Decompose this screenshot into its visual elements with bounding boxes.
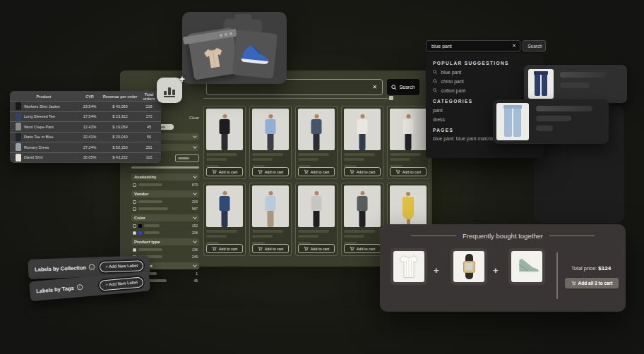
hero-illustration [182, 12, 287, 84]
clear-search-icon[interactable]: ✕ [372, 84, 377, 90]
cvr-value: 27.24% [78, 145, 102, 149]
cart-icon [258, 169, 263, 174]
divider-handle[interactable] [389, 96, 393, 100]
price-range-slider[interactable] [131, 166, 199, 169]
cart-icon [304, 246, 309, 251]
skeleton-text [344, 158, 364, 161]
divider-line [411, 236, 456, 236]
product-card[interactable]: Add to cart [341, 183, 383, 256]
product-photo [206, 185, 243, 227]
add-to-cart-button[interactable]: Add to cart [298, 167, 335, 176]
skeleton-text [178, 157, 189, 159]
product-card[interactable]: Add to cart [249, 183, 292, 256]
suggestion-item[interactable]: blue pant [433, 70, 537, 75]
add-new-label-button[interactable]: + Add New Label [100, 260, 143, 272]
orders-value: 218 [138, 104, 160, 109]
info-icon[interactable]: i [89, 264, 95, 270]
revenue-value: $ 19,054 [102, 125, 138, 129]
filter-option[interactable]: 208 [131, 230, 199, 236]
checkbox[interactable] [133, 224, 136, 228]
skeleton-title [344, 230, 375, 233]
suggestion-item[interactable]: chino pant [433, 79, 537, 84]
add-to-cart-button[interactable]: Add to cart [206, 244, 243, 253]
filter-option[interactable]: 203 [131, 199, 199, 205]
orders-value: 50 [138, 135, 160, 139]
autocomplete-search-button[interactable]: Search [523, 40, 546, 51]
chevron-down-icon [193, 145, 197, 149]
add-all-label: Add all 3 to cart [578, 281, 613, 286]
clear-search-icon[interactable]: ✕ [512, 43, 516, 49]
table-row[interactable]: Workers Shirt Jacket23.54%$ 40,080218 [10, 101, 161, 111]
fbt-product-card[interactable] [451, 248, 487, 285]
add-to-cart-button[interactable]: Add to cart [252, 244, 289, 253]
table-row[interactable]: Wool Crepe Pant12.42%$ 19,05445 [10, 121, 161, 132]
cvr-value: 23.54% [78, 104, 102, 109]
result-preview-card[interactable] [524, 65, 627, 103]
table-row[interactable]: Romary Dress27.24%$ 50,150251 [10, 142, 161, 152]
add-all-to-cart-button[interactable]: Add all 3 to cart [565, 278, 619, 288]
autocomplete-search-input[interactable] [430, 43, 512, 49]
add-new-label-button[interactable]: + Add New Label [100, 276, 144, 291]
checkbox-checked[interactable] [133, 248, 136, 252]
fbt-product-card[interactable] [508, 248, 545, 285]
cvr-value: 20.41% [78, 135, 102, 139]
info-icon[interactable]: i [76, 284, 83, 291]
filter-section-vendor[interactable]: Vendor [131, 190, 199, 197]
vertical-divider [556, 252, 558, 299]
result-skeleton-text [536, 103, 592, 140]
filter-option[interactable]: 152 [131, 223, 199, 228]
product-card[interactable]: Add to cart [295, 106, 338, 179]
panel-title: Labels by Collection [35, 264, 86, 273]
result-preview-card[interactable] [493, 99, 609, 144]
product-photo [298, 109, 335, 150]
table-row[interactable]: Long Sleeved Tee17.54%$ 23,322172 [10, 111, 161, 122]
checkbox[interactable] [133, 183, 136, 187]
filter-section-title: Vendor [134, 192, 148, 196]
checkbox[interactable] [133, 207, 136, 211]
add-to-cart-button[interactable]: Add to cart [206, 167, 243, 176]
add-to-cart-button[interactable]: Add to cart [390, 167, 427, 176]
watch-photo [453, 251, 484, 282]
product-name: Daris Tee in Blue [24, 135, 53, 139]
suggestion-item[interactable]: cotton pant [433, 88, 537, 93]
filter-count: 152 [192, 224, 198, 228]
checkbox[interactable] [133, 200, 136, 204]
add-to-cart-button[interactable]: Add to cart [344, 244, 381, 253]
product-name: Wool Crepe Pant [24, 125, 54, 129]
price-input[interactable] [175, 154, 199, 162]
filter-option[interactable]: 136 [131, 247, 199, 252]
cart-icon [304, 169, 309, 174]
checkbox-checked[interactable] [133, 231, 136, 235]
filter-section-product-type[interactable]: Product type [131, 238, 199, 245]
product-card[interactable]: Add to cart [341, 106, 383, 179]
search-button-label: Search [399, 85, 415, 90]
product-photo [206, 109, 243, 150]
table-row[interactable]: Daris Tee in Blue20.41%$ 20,04050 [10, 132, 161, 142]
filter-count: 208 [192, 231, 198, 235]
product-card[interactable]: Add to cart [249, 106, 292, 179]
product-card[interactable]: Add to cart [387, 106, 429, 179]
filter-section-availability[interactable]: Availability [131, 173, 199, 181]
add-to-cart-button[interactable]: Add to cart [298, 244, 335, 253]
column-product: Product [10, 94, 78, 99]
table-row[interactable]: David Shirt30.05%$ 43,232102 [10, 152, 161, 163]
storefront-search-input[interactable] [212, 83, 372, 91]
autocomplete-search-bar[interactable]: ✕ [426, 40, 520, 51]
add-to-cart-button[interactable]: Add to cart [344, 167, 381, 176]
cvr-value: 17.54% [78, 114, 102, 118]
filter-section-color[interactable]: Color [131, 214, 199, 221]
product-card[interactable]: Add to cart [295, 183, 338, 256]
chevron-down-icon [193, 134, 197, 138]
filter-option[interactable]: 587 [131, 206, 199, 212]
total-price: Total price: $124 [561, 265, 621, 271]
product-card[interactable]: Add to cart [203, 183, 246, 256]
results-divider [203, 98, 388, 99]
filter-option[interactable]: 879 [131, 182, 199, 188]
product-card[interactable]: Add to cart [203, 106, 246, 179]
orders-value: 45 [138, 125, 160, 129]
storefront-search-button[interactable]: Search [387, 79, 419, 95]
product-thumbnail [16, 143, 21, 151]
skeleton-title [252, 230, 283, 233]
add-to-cart-button[interactable]: Add to cart [252, 167, 289, 176]
fbt-product-card[interactable] [390, 248, 427, 285]
